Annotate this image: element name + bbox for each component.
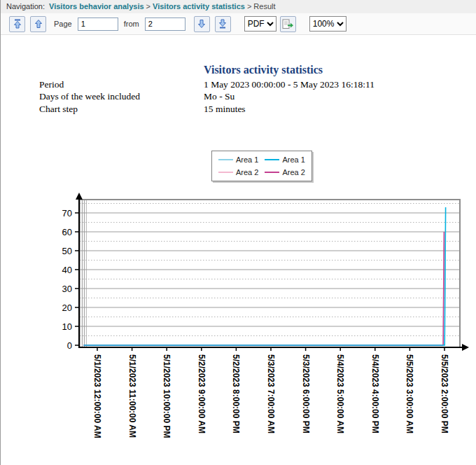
breadcrumb: Navigation:Visitors behavior analysis>Vi… [1,0,476,14]
svg-text:5/2/2023 8:00:00 PM: 5/2/2023 8:00:00 PM [231,354,241,433]
svg-text:5/4/2023 5:00:00 AM: 5/4/2023 5:00:00 AM [335,354,345,433]
legend-line-swatch [218,159,233,160]
svg-text:5/3/2023 6:00:00 PM: 5/3/2023 6:00:00 PM [301,354,311,433]
last-page-button[interactable] [215,16,231,32]
breadcrumb-link-visitors-behavior-analysis[interactable]: Visitors behavior analysis [49,2,144,11]
svg-text:40: 40 [62,265,72,275]
svg-text:5/2/2023 9:00:00 AM: 5/2/2023 9:00:00 AM [197,354,206,433]
meta-label: Period [39,78,204,90]
legend-label: Area 1 [236,155,258,164]
svg-text:5/5/2023 2:00:00 PM: 5/5/2023 2:00:00 PM [440,354,449,433]
svg-text:60: 60 [62,227,72,237]
breadcrumb-prefix: Navigation: [6,2,45,11]
page-label: Page [54,20,72,28]
meta-value: 1 May 2023 00:00:00 - 5 May 2023 16:18:1… [204,78,466,90]
report-meta: Period1 May 2023 00:00:00 - 5 May 2023 1… [39,78,466,115]
first-page-icon [13,19,22,29]
legend-label: Area 1 [282,155,304,164]
previous-page-icon [34,19,43,29]
legend-line-swatch [218,172,233,173]
meta-value: 15 minutes [204,103,466,115]
breadcrumb-separator: > [247,2,251,11]
from-label: from [124,20,139,28]
svg-text:20: 20 [62,303,72,313]
legend-item: Area 1 [218,155,258,164]
zoom-select[interactable]: 100% [309,16,346,32]
svg-text:5/4/2023 4:00:00 PM: 5/4/2023 4:00:00 PM [370,354,380,433]
first-page-button[interactable] [9,16,25,32]
chart-svg: 0102030405060705/1/2023 12:00:00 AM5/1/2… [1,190,476,465]
toolbar: Page from PDF [1,13,476,35]
last-page-icon [218,19,227,29]
meta-label: Chart step [39,103,204,115]
svg-text:5/1/2023 10:00:00 PM: 5/1/2023 10:00:00 PM [162,354,172,438]
legend-line-swatch [265,159,279,160]
page-number-input[interactable] [78,18,118,31]
export-icon [282,19,294,29]
legend-line-swatch [265,172,279,173]
breadcrumb-link-visitors-activity-statistics[interactable]: Visitors activity statistics [153,2,245,11]
legend-item: Area 2 [218,168,258,176]
svg-text:5/1/2023 11:00:00 AM: 5/1/2023 11:00:00 AM [127,354,137,438]
svg-text:50: 50 [62,246,72,256]
svg-text:0: 0 [67,340,72,351]
svg-text:5/5/2023 3:00:00 AM: 5/5/2023 3:00:00 AM [405,354,414,433]
export-button[interactable] [280,16,296,32]
previous-page-button[interactable] [30,16,46,32]
chart-legend: Area 1Area 1Area 2Area 2 [211,151,312,181]
next-page-button[interactable] [194,16,210,32]
report-meta-row: Period1 May 2023 00:00:00 - 5 May 2023 1… [39,78,466,90]
report-viewer-window: Navigation:Visitors behavior analysis>Vi… [0,0,476,465]
report-meta-row: Chart step15 minutes [39,103,466,115]
legend-label: Area 2 [236,168,258,176]
svg-text:70: 70 [62,208,72,218]
svg-text:5/3/2023 7:00:00 AM: 5/3/2023 7:00:00 AM [266,354,276,433]
legend-label: Area 2 [282,168,304,176]
report-title: Visitors activity statistics [50,64,476,76]
breadcrumb-current: Result [253,2,275,11]
export-format-select[interactable]: PDF [244,16,276,32]
next-page-icon [197,19,206,29]
pages-total-input[interactable] [145,18,186,31]
breadcrumb-separator: > [146,2,150,11]
legend-item: Area 1 [265,155,304,164]
legend-item: Area 2 [265,168,304,176]
svg-text:10: 10 [62,321,72,332]
meta-label: Days of the week included [39,90,204,102]
report-meta-row: Days of the week includedMo - Su [39,90,466,102]
svg-text:5/1/2023 12:00:00 AM: 5/1/2023 12:00:00 AM [92,354,102,438]
svg-text:30: 30 [62,284,72,294]
meta-value: Mo - Su [204,90,466,102]
